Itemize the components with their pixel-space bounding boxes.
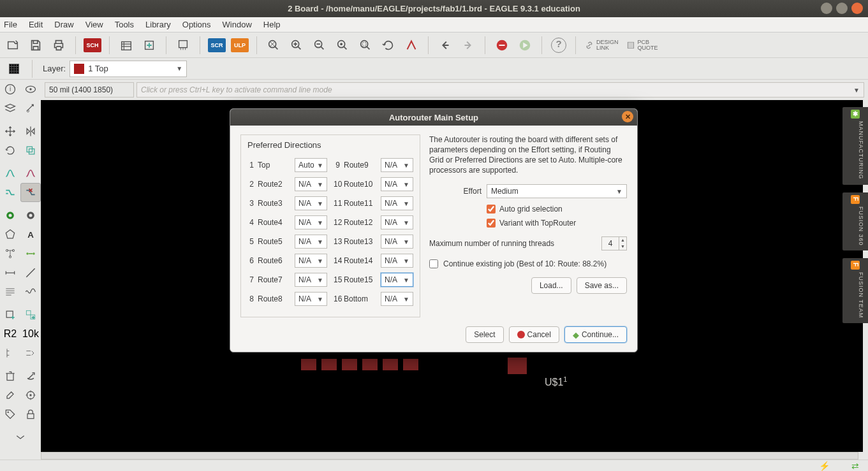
redo-icon[interactable] [458,35,478,55]
layer-select[interactable]: 1 Top ▼ [70,61,187,77]
rotate-icon[interactable] [0,141,20,160]
zoom-fit-icon[interactable] [263,35,284,55]
sync-icon[interactable]: ⚡ [819,461,830,471]
smash-icon[interactable] [0,344,20,363]
via-icon[interactable] [0,206,20,225]
tag-icon[interactable] [0,405,20,424]
fusion-team-tab[interactable]: FFUSION TEAM [842,258,868,323]
zoom-in-icon[interactable] [286,35,307,55]
pinswap-icon[interactable] [20,344,41,363]
select-button[interactable]: Select [466,326,503,343]
layer-direction-select[interactable]: N/A▼ [295,177,327,191]
hole-icon[interactable] [20,206,41,225]
design-link-button[interactable]: DESIGN LINK [582,40,621,51]
layer-direction-select[interactable]: N/A▼ [381,292,413,306]
copy-icon[interactable] [20,141,41,160]
menu-help[interactable]: Help [263,20,281,29]
stop-icon[interactable] [492,35,512,55]
attribute-icon[interactable] [0,282,20,301]
layer-direction-select[interactable]: N/A▼ [381,215,413,229]
layer-direction-select[interactable]: N/A▼ [295,254,327,268]
delete-icon[interactable] [0,366,20,386]
menu-view[interactable]: View [85,20,103,29]
pcb-quote-button[interactable]: PCB QUOTE [624,40,661,51]
route-multi-icon[interactable] [0,183,20,202]
layer-direction-select[interactable]: N/A▼ [381,254,413,268]
maximize-button[interactable] [836,3,848,14]
ripup-icon[interactable] [20,183,41,202]
save-icon[interactable] [26,35,46,55]
schematic-button[interactable]: SCH [82,35,103,55]
menu-tools[interactable]: Tools [115,20,134,29]
dialog-close-button[interactable]: ✕ [622,111,633,122]
drill-icon[interactable] [173,35,193,55]
menu-draw[interactable]: Draw [54,20,73,29]
menu-window[interactable]: Window [223,20,252,29]
undo-icon[interactable] [435,35,455,55]
layer-direction-select[interactable]: N/A▼ [381,273,413,287]
layer-direction-select[interactable]: N/A▼ [295,292,327,306]
layer-direction-select[interactable]: N/A▼ [381,177,413,191]
show-icon[interactable] [20,80,41,99]
layer-direction-select[interactable]: N/A▼ [295,215,327,229]
minimize-button[interactable] [821,3,832,14]
threads-spinner[interactable]: 4▲▼ [601,236,627,250]
polygon-icon[interactable] [0,225,20,244]
zoom-redraw-icon[interactable] [332,35,353,55]
load-button[interactable]: Load... [531,277,571,294]
design-block-icon[interactable] [20,386,41,405]
help-icon[interactable]: ? [548,35,569,55]
layer-direction-select[interactable]: Auto▼ [295,158,327,172]
change-icon[interactable] [20,366,41,386]
layer-direction-select[interactable]: N/A▼ [381,196,413,210]
command-input[interactable]: Click or press Ctrl+L key to activate co… [136,82,864,98]
info-icon[interactable]: i [0,80,20,99]
mark-icon[interactable] [20,99,41,118]
name-icon[interactable]: R2 [0,324,20,344]
replace-icon[interactable] [20,305,41,324]
signal-icon[interactable] [20,282,41,301]
auto-grid-checkbox[interactable] [487,205,496,214]
go-icon[interactable] [515,35,535,55]
cancel-button[interactable]: Cancel [509,326,559,343]
menu-library[interactable]: Library [145,20,171,29]
open-icon[interactable] [3,35,23,55]
zoom-out-icon[interactable] [309,35,330,55]
add-part-icon[interactable] [0,305,20,324]
layer-direction-select[interactable]: N/A▼ [295,235,327,249]
mirror-icon[interactable] [20,122,41,141]
scr-button[interactable]: SCR [207,35,227,55]
library-icon[interactable] [139,35,159,55]
route-icon[interactable] [0,164,20,183]
variant-checkbox[interactable] [487,219,496,228]
menu-file[interactable]: File [4,20,17,29]
horizontal-scrollbar[interactable] [41,452,858,460]
text-icon[interactable]: A [20,225,41,244]
save-as-button[interactable]: Save as... [577,277,627,294]
continue-button[interactable]: ◆Continue... [564,326,627,343]
menu-edit[interactable]: Edit [29,20,43,29]
manufacturing-tab[interactable]: ✱MANUFACTURING [842,107,868,185]
print-icon[interactable] [48,35,69,55]
dimension-icon[interactable] [0,263,20,282]
layer-direction-select[interactable]: N/A▼ [295,196,327,210]
close-window-button[interactable] [851,3,863,14]
refresh-icon[interactable] [378,35,399,55]
ulp-button[interactable]: ULP [230,35,250,55]
cam-icon[interactable] [116,35,136,55]
route-airwire-icon[interactable] [20,164,41,183]
continue-job-checkbox[interactable] [429,259,438,268]
grid-icon[interactable] [4,60,24,78]
layer-display-icon[interactable] [0,99,20,118]
bus-icon[interactable] [20,244,41,263]
layer-direction-select[interactable]: N/A▼ [381,235,413,249]
cancel-icon[interactable] [401,35,422,55]
paint-icon[interactable] [0,386,20,405]
fusion360-tab[interactable]: FFUSION 360 [842,192,868,251]
line-icon[interactable] [20,263,41,282]
move-icon[interactable] [0,122,20,141]
lock-icon[interactable] [20,405,41,424]
more-tools-icon[interactable] [0,428,41,447]
zoom-select-icon[interactable] [355,35,376,55]
effort-select[interactable]: Medium▼ [487,184,627,198]
